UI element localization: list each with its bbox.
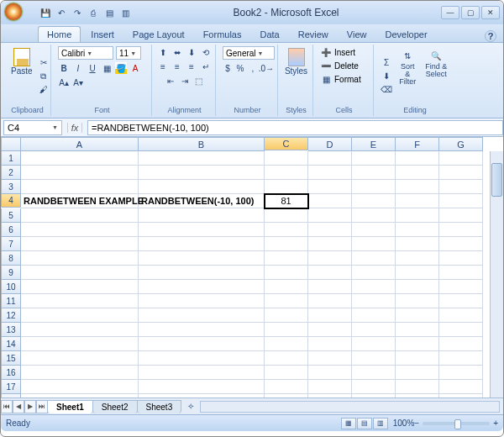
- cell-D15[interactable]: [308, 351, 352, 366]
- row-header-11[interactable]: 11: [1, 294, 21, 308]
- cell-B1[interactable]: [139, 151, 265, 166]
- cell-D3[interactable]: [308, 180, 352, 194]
- cell-G15[interactable]: [439, 351, 483, 366]
- cell-G5[interactable]: [439, 208, 483, 223]
- cell-E15[interactable]: [352, 351, 396, 366]
- cell-E17[interactable]: [352, 380, 396, 394]
- cell-A9[interactable]: [21, 266, 139, 280]
- cell-A6[interactable]: [21, 223, 139, 237]
- new-sheet-icon[interactable]: ✧: [185, 401, 197, 413]
- orientation-icon[interactable]: ⟲: [200, 46, 212, 58]
- cell-E12[interactable]: [352, 308, 396, 323]
- currency-icon[interactable]: $: [223, 62, 233, 74]
- print-icon[interactable]: ⎙: [87, 7, 99, 18]
- cell-D18[interactable]: [308, 394, 352, 398]
- vertical-scrollbar[interactable]: [490, 151, 503, 398]
- cell-D5[interactable]: [308, 208, 352, 223]
- cell-G17[interactable]: [439, 380, 483, 394]
- select-all-corner[interactable]: [1, 137, 21, 151]
- row-header-3[interactable]: 3: [1, 180, 21, 194]
- cell-D11[interactable]: [308, 294, 352, 308]
- format-cells-button[interactable]: ▦Format: [320, 73, 361, 85]
- cell-G9[interactable]: [439, 266, 483, 280]
- cell-G12[interactable]: [439, 308, 483, 323]
- paste-button[interactable]: Paste: [9, 46, 34, 106]
- scroll-thumb[interactable]: [491, 163, 502, 197]
- cell-D13[interactable]: [308, 323, 352, 337]
- cell-G2[interactable]: [439, 166, 483, 180]
- indent-decrease-icon[interactable]: ⇤: [165, 75, 176, 87]
- align-left-icon[interactable]: ≡: [157, 61, 169, 72]
- cell-C8[interactable]: [265, 251, 308, 266]
- column-header-D[interactable]: D: [308, 137, 352, 151]
- cell-B11[interactable]: [139, 294, 265, 308]
- cell-C16[interactable]: [265, 366, 308, 380]
- tab-review[interactable]: Review: [290, 27, 337, 42]
- cell-G3[interactable]: [439, 180, 483, 194]
- row-header-10[interactable]: 10: [1, 280, 21, 294]
- cell-D9[interactable]: [308, 266, 352, 280]
- cell-G16[interactable]: [439, 366, 483, 380]
- font-size-select[interactable]: 11▼: [116, 46, 141, 60]
- cell-F15[interactable]: [396, 351, 439, 366]
- cell-D10[interactable]: [308, 280, 352, 294]
- cell-A7[interactable]: [21, 237, 139, 251]
- grid[interactable]: ABCDEFG1234RANDBETWEEN EXAMPLERANDBETWEE…: [1, 137, 503, 398]
- cell-F3[interactable]: [396, 180, 439, 194]
- page-break-view-icon[interactable]: ▥: [373, 418, 388, 429]
- cell-F4[interactable]: [396, 194, 439, 208]
- cell-B7[interactable]: [139, 237, 265, 251]
- sheet-tab-3[interactable]: Sheet3: [137, 400, 182, 413]
- cell-C17[interactable]: [265, 380, 308, 394]
- cell-F16[interactable]: [396, 366, 439, 380]
- cell-C7[interactable]: [265, 237, 308, 251]
- zoom-level[interactable]: 100%: [393, 419, 415, 428]
- cell-D2[interactable]: [308, 166, 352, 180]
- cell-E7[interactable]: [352, 237, 396, 251]
- sheet-nav-next[interactable]: ▶: [24, 400, 36, 413]
- cell-E9[interactable]: [352, 266, 396, 280]
- page-layout-view-icon[interactable]: ▤: [357, 418, 372, 429]
- cell-B6[interactable]: [139, 223, 265, 237]
- row-header-16[interactable]: 16: [1, 366, 21, 380]
- cell-C6[interactable]: [265, 223, 308, 237]
- cell-B10[interactable]: [139, 280, 265, 294]
- cell-E5[interactable]: [352, 208, 396, 223]
- cell-F6[interactable]: [396, 223, 439, 237]
- cell-F13[interactable]: [396, 323, 439, 337]
- cell-A18[interactable]: [21, 394, 139, 398]
- underline-button[interactable]: U: [87, 62, 98, 74]
- sheet-tab-2[interactable]: Sheet2: [92, 400, 138, 413]
- normal-view-icon[interactable]: ▦: [341, 418, 356, 429]
- cell-D7[interactable]: [308, 237, 352, 251]
- formula-input[interactable]: =RANDBETWEEN(-10, 100): [87, 120, 503, 135]
- fill-icon[interactable]: ⬇: [381, 71, 392, 82]
- merge-icon[interactable]: ⬚: [193, 75, 205, 87]
- horizontal-scrollbar[interactable]: [200, 401, 500, 413]
- row-header-15[interactable]: 15: [1, 351, 21, 366]
- number-format-select[interactable]: General▼: [223, 46, 275, 60]
- cell-D1[interactable]: [308, 151, 352, 166]
- delete-cells-button[interactable]: ➖Delete: [320, 60, 359, 71]
- cell-A15[interactable]: [21, 351, 139, 366]
- cell-D16[interactable]: [308, 366, 352, 380]
- cell-D6[interactable]: [308, 223, 352, 237]
- cell-A3[interactable]: [21, 180, 139, 194]
- cell-A2[interactable]: [21, 166, 139, 180]
- shrink-font-icon[interactable]: A▾: [72, 76, 84, 88]
- sort-filter-button[interactable]: ⇅ Sort & Filter: [396, 46, 419, 106]
- row-header-7[interactable]: 7: [1, 237, 21, 251]
- cell-B5[interactable]: [139, 208, 265, 223]
- comma-icon[interactable]: ,: [248, 62, 258, 74]
- tab-data[interactable]: Data: [251, 27, 287, 42]
- cell-F9[interactable]: [396, 266, 439, 280]
- cell-A10[interactable]: [21, 280, 139, 294]
- open-icon[interactable]: ▥: [119, 7, 131, 18]
- cell-B12[interactable]: [139, 308, 265, 323]
- cell-C18[interactable]: [265, 394, 308, 398]
- cell-B17[interactable]: [139, 380, 265, 394]
- cell-B9[interactable]: [139, 266, 265, 280]
- clear-icon[interactable]: ⌫: [381, 84, 392, 96]
- cell-G10[interactable]: [439, 280, 483, 294]
- row-header-12[interactable]: 12: [1, 308, 21, 323]
